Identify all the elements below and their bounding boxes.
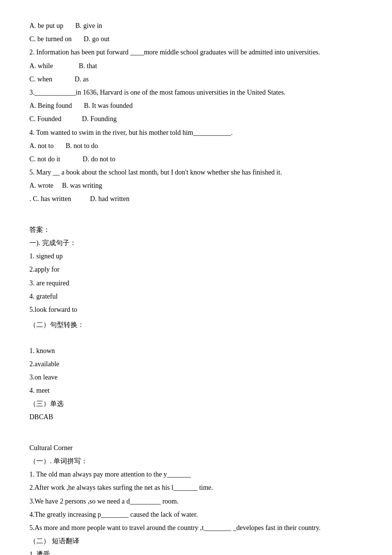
q2-optionD: D. as — [74, 76, 89, 83]
main-content: A. be put up B. give in C. be turned on … — [29, 20, 363, 555]
cultural-item2: 2.After work ,he always takes surfing th… — [29, 481, 363, 494]
q1-option-ab: A. be put up B. give in — [29, 20, 363, 32]
q4-option-cd: C. not do it D. do not to — [29, 153, 363, 165]
cultural-s2-item1: 1. 遭受 — [29, 548, 363, 555]
q3-optionD: D. Founding — [82, 115, 117, 123]
s2-item3: 3.on leave — [29, 371, 363, 383]
section3-answer: DBCAB — [29, 411, 363, 423]
cultural-item4: 4.The greatly increasing p________ cause… — [29, 508, 363, 521]
q1-optionA: A. be put up — [29, 22, 63, 29]
s1-item2: 2.apply for — [29, 263, 363, 276]
answers-section: 答案： 一). 完成句子： 1. signed up 2.apply for 3… — [29, 224, 363, 424]
section2-title: （二）句型转换： — [29, 319, 363, 331]
cultural-item5: 5.As more and more people want to travel… — [29, 522, 363, 534]
s2-item2: 2.available — [29, 358, 363, 370]
q4-optionA: A. not to — [29, 142, 53, 150]
q2-option-cd: C. when D. as — [29, 73, 363, 85]
q1-option-cd: C. be turned on D. go out — [29, 33, 363, 45]
q5-stem: 5. Mary __ a book about the school last … — [29, 166, 363, 178]
q1-optionB: B. give in — [75, 22, 102, 29]
s2-item1: 1. known — [29, 345, 363, 357]
q2-optionC: C. when — [29, 76, 52, 83]
q5-optionB: B. was writing — [62, 182, 102, 189]
q4-stem: 4. Tom wanted to swim in the river, but … — [29, 126, 363, 139]
cultural-section2-title: （二） 短语翻译 — [29, 535, 363, 547]
q3-optionA: A. Being found — [29, 102, 72, 109]
q3-optionC: C. Founded — [29, 115, 61, 123]
q2-option-ab: A. while B. that — [29, 60, 363, 72]
section1-title: 一). 完成句子： — [29, 237, 363, 249]
s1-item4: 4. grateful — [29, 290, 363, 303]
q2-stem: 2. Information has been put forward ____… — [29, 46, 363, 58]
s1-item1: 1. signed up — [29, 250, 363, 262]
q5-option-ab: A. wrote B. was writing — [29, 179, 363, 192]
cultural-item1: 1. The old man always pay more attention… — [29, 468, 363, 480]
q4-optionD: D. do not to — [83, 155, 116, 163]
section3-title: （三）单选 — [29, 398, 363, 410]
q2-optionB: B. that — [79, 62, 97, 70]
s1-item5: 5.look forward to — [29, 303, 363, 316]
cultural-section: Cultural Corner （一）. 单词拼写： 1. The old ma… — [29, 442, 363, 555]
cultural-section1-title: （一）. 单词拼写： — [29, 455, 363, 467]
q5-option-cd: . C. has written D. had written — [29, 193, 363, 205]
cultural-title: Cultural Corner — [29, 442, 363, 454]
s1-item3: 3. are required — [29, 277, 363, 289]
q1-optionD: D. go out — [84, 35, 110, 43]
q5-optionA: A. wrote — [29, 182, 53, 189]
q5-optionC: . C. has written — [29, 195, 71, 202]
q3-optionB: B. It was founded — [84, 102, 133, 109]
q4-option-ab: A. not to B. not to do — [29, 140, 363, 152]
q3-option-cd: C. Founded D. Founding — [29, 113, 363, 125]
cultural-item3: 3.We have 2 persons ,so we need a d_____… — [29, 495, 363, 507]
q5-optionD: D. had written — [90, 195, 129, 202]
q2-optionA: A. while — [29, 62, 53, 70]
q4-optionB: B. not to do — [66, 142, 98, 150]
q3-stem: 3.____________in 1636, Harvard is one of… — [29, 86, 363, 99]
q1-optionC: C. be turned on — [29, 35, 72, 43]
q3-option-ab: A. Being found B. It was founded — [29, 100, 363, 112]
answers-title: 答案： — [29, 224, 363, 236]
s2-item4: 4. meet — [29, 384, 363, 397]
q4-optionC: C. not do it — [29, 155, 60, 163]
